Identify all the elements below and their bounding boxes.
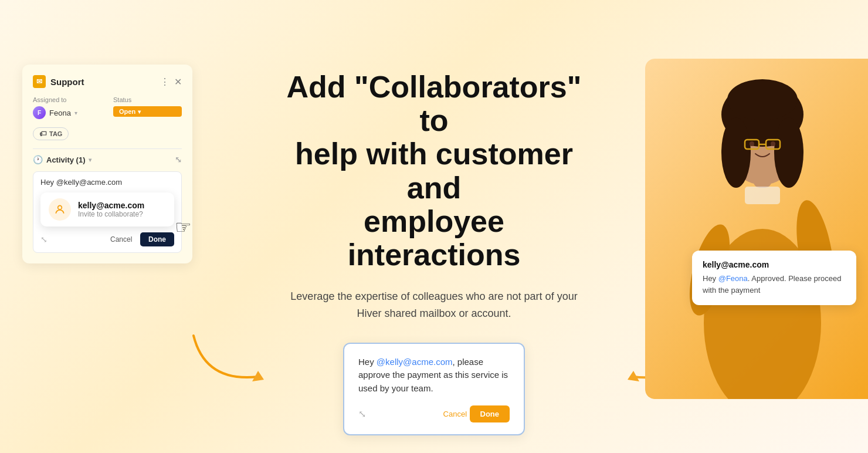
support-actions: ⋮ ✕ xyxy=(160,76,182,87)
svg-point-7 xyxy=(721,117,751,188)
support-icon: ✉ xyxy=(33,75,46,88)
chevron-down-icon[interactable]: ▾ xyxy=(89,157,91,163)
tag-row: 🏷 TAG xyxy=(33,127,182,140)
chevron-down-icon: ▾ xyxy=(138,109,141,115)
support-title: ✉ Support xyxy=(33,75,84,88)
right-panel: kelly@acme.com Hey @Feona. Approved. Ple… xyxy=(645,59,868,399)
support-card-header: ✉ Support ⋮ ✕ xyxy=(33,75,182,88)
message-box: Hey @kelly@acme.com kelly@acme.com Invit… xyxy=(33,171,182,253)
user-icon xyxy=(49,198,71,221)
right-message-card: kelly@acme.com Hey @Feona. Approved. Ple… xyxy=(692,251,856,305)
svg-point-10 xyxy=(750,141,754,146)
field-row: Assigned to F Feona ▾ Status Open ▾ xyxy=(33,96,182,119)
message-footer: ⤡ Cancel Done xyxy=(40,232,174,246)
expand-icon[interactable]: ⤡ xyxy=(358,408,366,420)
right-card-email: kelly@acme.com xyxy=(703,260,846,269)
svg-point-9 xyxy=(727,79,798,120)
cancel-button[interactable]: Cancel xyxy=(443,410,467,418)
cancel-button[interactable]: Cancel xyxy=(104,233,138,246)
tag-pill[interactable]: 🏷 TAG xyxy=(33,127,69,140)
avatar: F xyxy=(33,106,46,119)
more-icon[interactable]: ⋮ xyxy=(160,76,169,87)
message-text: Hey @kelly@acme.com xyxy=(40,178,174,187)
right-card-text: Hey @Feona. Approved. Please proceed wit… xyxy=(703,273,846,296)
expand-icon[interactable]: ⤡ xyxy=(40,235,48,244)
close-icon[interactable]: ✕ xyxy=(174,76,182,87)
tag-icon: 🏷 xyxy=(39,130,46,138)
status-field: Status Open ▾ xyxy=(113,96,182,119)
status-badge[interactable]: Open ▾ xyxy=(113,106,182,117)
bottom-card-link: @kelly@acme.com xyxy=(377,357,453,367)
done-button[interactable]: Done xyxy=(470,405,510,422)
divider xyxy=(33,148,182,149)
woman-illustration xyxy=(645,59,868,399)
support-card: ✉ Support ⋮ ✕ Assigned to F Feona ▾ Stat… xyxy=(22,65,192,263)
bottom-card-text: Hey @kelly@acme.com, please approve the … xyxy=(358,356,510,395)
photo-background xyxy=(645,59,868,399)
assigned-to-field: Assigned to F Feona ▾ xyxy=(33,96,101,119)
center-content: Add "Collaborators" to help with custome… xyxy=(282,70,586,383)
sub-text: Leverage the expertise of colleagues who… xyxy=(282,288,586,322)
done-button[interactable]: Done xyxy=(140,232,174,246)
svg-point-11 xyxy=(771,141,775,146)
expand-icon[interactable]: ⤡ xyxy=(175,155,182,164)
bottom-card-footer: ⤡ Cancel Done xyxy=(358,405,510,422)
activity-row: 🕐 Activity (1) ▾ ⤡ xyxy=(33,155,182,164)
chevron-down-icon[interactable]: ▾ xyxy=(74,110,77,116)
svg-point-0 xyxy=(58,205,62,209)
svg-point-8 xyxy=(774,117,803,188)
cursor-icon: ☞ xyxy=(175,216,192,238)
suggest-text: kelly@acme.com Invite to collaborate? xyxy=(78,201,144,218)
suggest-popup: kelly@acme.com Invite to collaborate? ☞ xyxy=(40,192,174,226)
svg-rect-15 xyxy=(745,187,780,204)
left-arrow xyxy=(182,324,276,394)
left-panel: ✉ Support ⋮ ✕ Assigned to F Feona ▾ Stat… xyxy=(22,65,198,263)
mention: @Feona xyxy=(718,274,748,283)
activity-icon: 🕐 xyxy=(33,155,43,164)
bottom-card: Hey @kelly@acme.com, please approve the … xyxy=(343,343,525,436)
main-heading: Add "Collaborators" to help with custome… xyxy=(282,70,586,272)
